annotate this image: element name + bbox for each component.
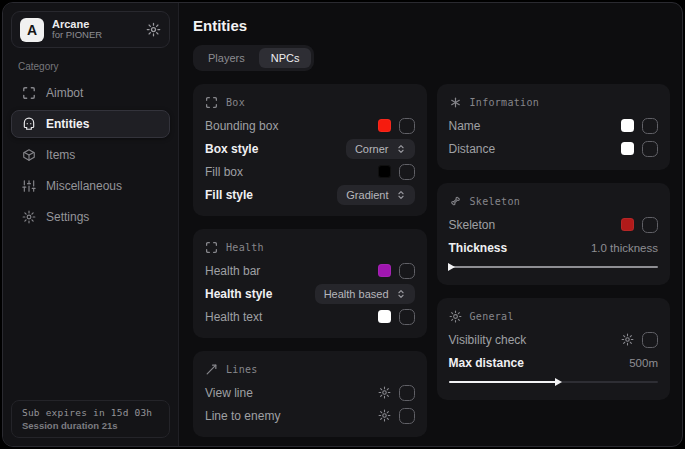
sidebar-item-label: Entities <box>46 117 89 131</box>
tab-npcs[interactable]: NPCs <box>259 48 312 68</box>
color-swatch[interactable] <box>378 165 391 178</box>
asterisk-icon <box>449 96 462 109</box>
diagonal-line-icon <box>205 363 218 376</box>
row-fill-style: Fill style Gradient <box>205 183 415 206</box>
card-information-header: Information <box>449 93 659 114</box>
sidebar-item-items[interactable]: Items <box>11 141 170 169</box>
row-settings-gear-icon[interactable] <box>621 333 634 346</box>
checkbox[interactable] <box>642 141 658 157</box>
card-title: Information <box>470 97 540 108</box>
sidebar-item-aimbot[interactable]: Aimbot <box>11 79 170 107</box>
crosshair-icon <box>22 86 36 100</box>
row-label: View line <box>205 386 253 400</box>
gear-icon <box>22 210 36 224</box>
card-general: General Visibility check Max distance <box>437 298 671 400</box>
tab-players[interactable]: Players <box>196 48 257 68</box>
row-health-text: Health text <box>205 305 415 328</box>
card-lines: Lines View line Line to enemy <box>193 351 427 437</box>
sidebar: A Arcane for PIONER Category Aimbot <box>3 3 179 446</box>
brand-logo: A <box>20 18 44 42</box>
card-health: Health Health bar Health style Health ba… <box>193 229 427 338</box>
row-line-to-enemy: Line to enemy <box>205 404 415 427</box>
select-value: Health based <box>324 288 389 300</box>
color-swatch[interactable] <box>378 264 391 277</box>
sidebar-item-label: Settings <box>46 210 89 224</box>
checkbox[interactable] <box>399 263 415 279</box>
row-label: Fill style <box>205 188 253 202</box>
color-swatch[interactable] <box>621 142 634 155</box>
color-swatch[interactable] <box>378 310 391 323</box>
row-label: Health style <box>205 287 272 301</box>
checkbox[interactable] <box>399 164 415 180</box>
checkbox[interactable] <box>642 332 658 348</box>
slider-thumb[interactable] <box>555 378 562 386</box>
sidebar-item-label: Items <box>46 148 75 162</box>
card-health-header: Health <box>205 238 415 259</box>
row-thickness: Thickness 1.0 thickness <box>449 236 659 259</box>
row-label: Line to enemy <box>205 409 280 423</box>
row-label: Skeleton <box>449 218 496 232</box>
card-box-header: Box <box>205 93 415 114</box>
sidebar-item-label: Miscellaneous <box>46 179 122 193</box>
checkbox[interactable] <box>642 217 658 233</box>
app-window: A Arcane for PIONER Category Aimbot <box>2 2 683 447</box>
select-value: Corner <box>355 143 389 155</box>
left-column: Box Bounding box Box style Corner <box>193 84 427 437</box>
row-bounding-box: Bounding box <box>205 114 415 137</box>
row-max-distance: Max distance 500m <box>449 351 659 374</box>
card-columns: Box Bounding box Box style Corner <box>193 84 670 437</box>
card-box: Box Bounding box Box style Corner <box>193 84 427 216</box>
settings-gear-icon[interactable] <box>146 22 161 37</box>
card-title: Lines <box>226 364 258 375</box>
sub-expiry-text: Sub expires in 15d 03h <box>22 407 159 418</box>
fill-style-select[interactable]: Gradient <box>337 185 414 205</box>
sidebar-item-settings[interactable]: Settings <box>11 203 170 231</box>
checkbox[interactable] <box>399 385 415 401</box>
color-swatch[interactable] <box>621 119 634 132</box>
row-label: Health bar <box>205 264 260 278</box>
row-fill-box: Fill box <box>205 160 415 183</box>
row-skeleton: Skeleton <box>449 213 659 236</box>
main-panel: Entities Players NPCs Box Bounding box <box>179 3 682 446</box>
color-swatch[interactable] <box>378 119 391 132</box>
sidebar-item-label: Aimbot <box>46 86 83 100</box>
row-label: Name <box>449 119 481 133</box>
slider-track <box>449 266 659 268</box>
row-label: Health text <box>205 310 262 324</box>
row-view-line: View line <box>205 381 415 404</box>
health-style-select[interactable]: Health based <box>315 284 415 304</box>
card-information: Information Name Distance <box>437 84 671 170</box>
right-column: Information Name Distance <box>437 84 671 400</box>
sidebar-item-entities[interactable]: Entities <box>11 110 170 138</box>
bone-icon <box>449 195 462 208</box>
row-label: Fill box <box>205 165 243 179</box>
chevrons-up-down-icon <box>396 190 406 200</box>
slider-fill <box>449 381 558 383</box>
row-label: Bounding box <box>205 119 278 133</box>
max-distance-value: 500m <box>629 357 658 369</box>
row-distance: Distance <box>449 137 659 160</box>
thickness-slider[interactable] <box>449 262 659 272</box>
thickness-value: 1.0 thickness <box>591 242 658 254</box>
card-skeleton-header: Skeleton <box>449 192 659 213</box>
sliders-icon <box>22 179 36 193</box>
checkbox[interactable] <box>642 118 658 134</box>
brand-subtitle: for PIONER <box>52 30 138 41</box>
row-health-bar: Health bar <box>205 259 415 282</box>
card-title: General <box>470 311 514 322</box>
max-distance-slider[interactable] <box>449 377 659 387</box>
checkbox[interactable] <box>399 309 415 325</box>
chevrons-up-down-icon <box>396 289 406 299</box>
card-title: Box <box>226 97 245 108</box>
row-label: Box style <box>205 142 258 156</box>
row-settings-gear-icon[interactable] <box>378 386 391 399</box>
row-settings-gear-icon[interactable] <box>378 409 391 422</box>
checkbox[interactable] <box>399 408 415 424</box>
sidebar-item-miscellaneous[interactable]: Miscellaneous <box>11 172 170 200</box>
checkbox[interactable] <box>399 118 415 134</box>
row-label: Thickness <box>449 241 508 255</box>
color-swatch[interactable] <box>621 218 634 231</box>
box-style-select[interactable]: Corner <box>346 139 415 159</box>
card-title: Health <box>226 242 264 253</box>
slider-thumb[interactable] <box>448 263 455 271</box>
